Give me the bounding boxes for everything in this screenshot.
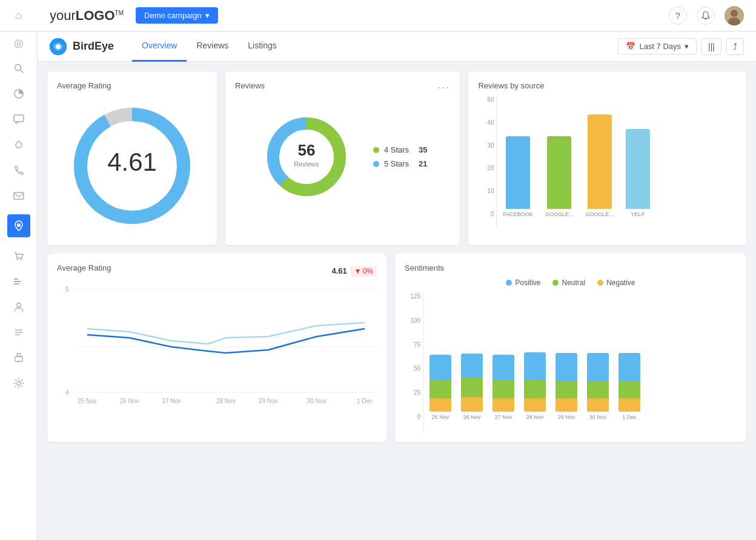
bar-google2: GOOGLE... xyxy=(585,114,614,217)
bar-yelp: YELP xyxy=(626,129,650,217)
stacked-bar-30nov: 30 Nov xyxy=(587,353,609,420)
user-avatar[interactable] xyxy=(724,6,744,25)
y-label-20: 20 xyxy=(487,165,494,171)
main-wrapper: yourLOGOTM Demo campaign ▾ ? BirdEye xyxy=(38,0,756,540)
svg-rect-10 xyxy=(14,283,19,285)
tab-overview[interactable]: Overview xyxy=(132,31,187,62)
nav-mail-icon[interactable] xyxy=(12,189,25,202)
nav-cart-icon[interactable] xyxy=(12,249,25,263)
bar-neutral xyxy=(492,380,514,398)
avg-rating-card: Average Rating 4.61 xyxy=(47,71,217,245)
bar-neutral xyxy=(429,380,451,398)
reviews-more-button[interactable]: ··· xyxy=(437,81,450,94)
negative-label: Negative xyxy=(606,278,635,287)
by-source-title: Reviews by source xyxy=(478,81,737,90)
x-label-26nov: 26 Nov xyxy=(463,414,481,420)
legend-4stars: 4 Stars 35 xyxy=(373,145,428,154)
share-button[interactable]: ⤴ xyxy=(726,38,744,55)
help-icon: ? xyxy=(675,11,680,21)
bar-positive xyxy=(461,354,483,378)
x-label-27nov: 27 Nov xyxy=(495,414,512,420)
avg-line-card: Average Rating 4.61 ▼ 0% xyxy=(47,254,386,442)
subheader: BirdEye Overview Reviews Listings 📅 Last… xyxy=(38,31,756,62)
bar-google1: GOOGLE... xyxy=(545,136,574,217)
x-label-29nov: 29 Nov xyxy=(558,414,575,420)
nav-analytics-icon[interactable]: ◎ xyxy=(12,36,25,50)
nav-location-icon[interactable] xyxy=(7,214,30,237)
nav-pie-icon[interactable] xyxy=(12,87,25,100)
y-label-40: 40 xyxy=(487,119,494,126)
y-label-50: 50 xyxy=(487,96,494,103)
x-label-25nov: 25 Nov xyxy=(432,414,449,420)
bell-icon xyxy=(701,11,711,21)
notifications-button[interactable] xyxy=(697,7,715,25)
5star-value: 21 xyxy=(419,159,427,168)
bar-positive xyxy=(429,355,451,380)
nav-chat-icon[interactable] xyxy=(12,113,25,126)
change-arrow: ▼ xyxy=(354,267,362,275)
svg-rect-3 xyxy=(14,115,24,122)
logo-area: yourLOGOTM Demo campaign ▾ xyxy=(50,7,218,24)
demo-dropdown-icon: ▾ xyxy=(205,11,210,20)
nav-barlist-icon[interactable] xyxy=(12,275,25,288)
x-label-1dec: 1 Dec xyxy=(622,414,637,420)
nav-home-icon[interactable]: ⌂ xyxy=(0,0,38,31)
subheader-right: 📅 Last 7 Days ▾ ||| ⤴ xyxy=(618,38,744,55)
chart-icon: ||| xyxy=(708,42,715,51)
bar-negative xyxy=(524,398,546,412)
brand-name: BirdEye xyxy=(73,40,114,53)
date-filter-button[interactable]: 📅 Last 7 Days ▾ xyxy=(618,38,697,54)
sent-y-25: 25 xyxy=(414,389,420,396)
demo-campaign-button[interactable]: Demo campaign ▾ xyxy=(136,7,218,24)
stacked-bar-29nov: 29 Nov xyxy=(555,353,577,420)
logo-bold: LOGO xyxy=(76,8,115,23)
reviews-content: 56 Reviews 4 Stars 35 5 Stars xyxy=(235,96,450,217)
legend-neutral: Neutral xyxy=(552,278,585,287)
date-filter-label: Last 7 Days xyxy=(639,42,681,51)
sent-y-0: 0 xyxy=(417,413,420,420)
bar-neutral xyxy=(555,381,577,398)
reviews-legend: 4 Stars 35 5 Stars 21 xyxy=(373,145,428,168)
stacked-bar-28nov: 28 Nov xyxy=(524,352,546,420)
avg-rating-donut-container: 4.61 xyxy=(57,96,207,235)
svg-text:26 Nov: 26 Nov xyxy=(120,398,139,404)
left-navigation: ⌂ ◎ xyxy=(0,0,38,540)
avg-line-title: Average Rating xyxy=(57,263,111,272)
line-chart-header: Average Rating 4.61 ▼ 0% xyxy=(57,263,377,278)
bars-container: FACEBOOK GOOGLE... GOOGLE... YELP xyxy=(496,96,737,229)
bar-google1-bar xyxy=(547,136,571,209)
topbar-right: ? xyxy=(669,6,744,25)
y-label-30: 30 xyxy=(487,142,494,149)
nav-phone-icon[interactable] xyxy=(12,163,25,177)
bar-negative xyxy=(618,398,640,412)
bar-yelp-bar xyxy=(626,129,650,209)
nav-plugin-icon[interactable] xyxy=(12,351,25,364)
nav-person-icon[interactable] xyxy=(12,300,25,314)
bar-facebook-label: FACEBOOK xyxy=(503,211,533,217)
nav-search-icon[interactable] xyxy=(12,62,25,75)
bar-neutral xyxy=(524,380,546,398)
stacked-chart-area: 125 100 75 50 25 0 25 Nov xyxy=(405,293,737,432)
bar-yelp-label: YELP xyxy=(631,211,645,217)
birdeye-brand-icon xyxy=(50,38,67,55)
bar-google2-bar xyxy=(588,114,612,209)
help-button[interactable]: ? xyxy=(669,7,687,25)
legend-negative: Negative xyxy=(597,278,635,287)
tab-listings[interactable]: Listings xyxy=(238,31,286,62)
5star-label: 5 Stars xyxy=(384,159,409,168)
svg-point-7 xyxy=(20,258,21,260)
positive-dot xyxy=(506,280,512,286)
nav-tasks-icon[interactable] xyxy=(12,326,25,339)
bar-positive xyxy=(524,352,546,380)
tab-reviews[interactable]: Reviews xyxy=(187,31,238,62)
bar-negative xyxy=(492,398,514,412)
neutral-label: Neutral xyxy=(562,278,585,287)
nav-monitor-icon[interactable] xyxy=(12,138,25,151)
demo-btn-label: Demo campaign xyxy=(144,11,202,20)
4star-value: 35 xyxy=(419,145,427,154)
bar-positive xyxy=(587,353,609,381)
chart-view-button[interactable]: ||| xyxy=(701,38,721,55)
avg-rating-title: Average Rating xyxy=(57,81,207,90)
nav-settings-icon[interactable] xyxy=(12,377,25,390)
y-label-0: 0 xyxy=(491,211,494,217)
